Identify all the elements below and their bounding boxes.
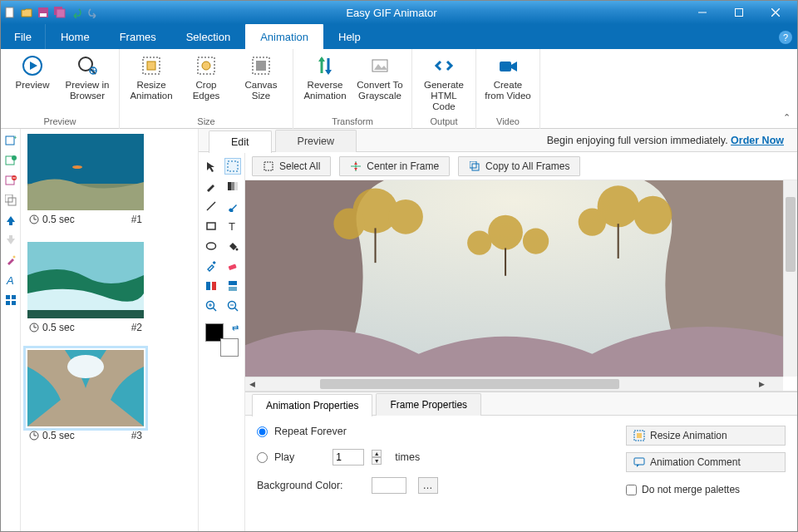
svg-rect-21 — [256, 61, 266, 71]
play-count-spinner[interactable]: ▲▼ — [372, 450, 382, 465]
marquee-tool-icon[interactable] — [225, 159, 240, 174]
tab-animation-properties[interactable]: Animation Properties — [252, 394, 372, 416]
frame-thumb-2[interactable]: 0.5 sec#2 — [27, 242, 144, 333]
preview-label: Preview — [16, 80, 50, 91]
create-from-video-button[interactable]: Create from Video — [483, 51, 533, 101]
flip-h-icon[interactable] — [204, 278, 219, 293]
center-frame-button[interactable]: Center in Frame — [339, 156, 450, 176]
zoom-in-icon[interactable] — [204, 298, 219, 313]
comment-icon — [633, 456, 645, 468]
vertical-scrollbar[interactable] — [783, 180, 797, 377]
svg-point-97 — [388, 200, 423, 234]
minimize-button[interactable] — [684, 1, 721, 24]
tab-file[interactable]: File — [1, 24, 46, 49]
gradient-tool-icon[interactable] — [225, 179, 240, 194]
help-icon[interactable]: ? — [779, 31, 792, 44]
repeat-forever-radio[interactable]: Repeat Forever — [257, 426, 626, 437]
editor-tab-preview[interactable]: Preview — [275, 130, 357, 152]
grid-icon[interactable] — [4, 293, 17, 307]
frame-time: 0.5 sec — [42, 214, 75, 225]
pencil-tool-icon[interactable] — [204, 179, 219, 194]
resize-animation-link[interactable]: Resize Animation — [626, 426, 786, 446]
save-icon[interactable] — [37, 7, 49, 18]
clock-icon — [29, 431, 39, 441]
crop-icon — [195, 54, 218, 77]
svg-point-100 — [633, 196, 672, 234]
tab-frames[interactable]: Frames — [105, 24, 171, 49]
canvas-size-label: Canvas Size — [238, 80, 284, 101]
select-all-button[interactable]: Select All — [252, 156, 331, 176]
crop-edges-button[interactable]: Crop Edges — [181, 51, 231, 101]
swap-colors-icon[interactable]: ⇄ — [232, 323, 239, 332]
eyedropper-tool-icon[interactable] — [204, 259, 219, 273]
grayscale-button[interactable]: Convert To Grayscale — [355, 51, 405, 101]
new-file-icon[interactable] — [4, 7, 16, 18]
frame-index: #1 — [131, 214, 142, 225]
horizontal-scrollbar[interactable]: ◀▶ — [245, 377, 783, 391]
preview-button[interactable]: Preview — [7, 51, 57, 91]
quick-access-toolbar — [4, 7, 99, 18]
zoom-out-icon[interactable] — [225, 298, 240, 313]
collapse-ribbon-icon[interactable]: ⌃ — [783, 112, 791, 123]
color-swatches[interactable]: ⇄ — [205, 323, 239, 357]
flip-v-icon[interactable] — [225, 278, 240, 293]
reverse-label: Reverse Animation — [302, 80, 348, 101]
move-up-icon[interactable] — [4, 214, 17, 227]
copy-all-frames-button[interactable]: Copy to All Frames — [458, 156, 580, 176]
preview-browser-label: Preview in Browser — [64, 80, 111, 101]
effects-icon[interactable] — [4, 254, 17, 267]
group-size-label: Size — [126, 115, 286, 129]
frame-thumb-1[interactable]: 0.5 sec#1 — [27, 134, 144, 225]
play-count-input[interactable] — [332, 449, 364, 466]
add-frame-icon[interactable]: + — [4, 134, 17, 147]
move-down-icon[interactable] — [4, 234, 17, 247]
background-swatch[interactable] — [220, 338, 239, 357]
bgcolor-swatch[interactable] — [372, 477, 406, 494]
frame-time: 0.5 sec — [42, 322, 75, 333]
close-button[interactable] — [757, 1, 794, 24]
redo-icon[interactable] — [87, 7, 99, 18]
reverse-animation-button[interactable]: Reverse Animation — [300, 51, 350, 101]
play-radio[interactable]: Play — [257, 451, 294, 463]
clock-icon — [29, 214, 39, 224]
tab-help[interactable]: Help — [323, 24, 376, 49]
scroll-left-icon[interactable]: ◀ — [245, 377, 259, 391]
maximize-button[interactable] — [721, 1, 757, 24]
delete-frame-icon[interactable] — [4, 174, 17, 187]
animation-comment-link[interactable]: Animation Comment — [626, 452, 786, 472]
tab-animation[interactable]: Animation — [245, 24, 323, 49]
canvas-viewport[interactable]: ◀▶ — [245, 180, 797, 392]
scroll-right-icon[interactable]: ▶ — [755, 377, 769, 391]
eraser-tool-icon[interactable] — [225, 259, 240, 273]
svg-rect-68 — [231, 182, 234, 190]
add-image-icon[interactable] — [4, 154, 17, 167]
frame-thumb-3[interactable]: 0.5 sec#3 — [27, 350, 144, 441]
svg-rect-45 — [6, 295, 10, 299]
tab-frame-properties[interactable]: Frame Properties — [376, 393, 481, 416]
open-file-icon[interactable] — [21, 7, 32, 18]
text-icon[interactable]: A — [4, 273, 17, 287]
bgcolor-picker-button[interactable]: … — [418, 477, 438, 494]
order-now-link[interactable]: Order Now — [731, 135, 784, 146]
duplicate-frame-icon[interactable] — [4, 194, 17, 207]
merge-palettes-checkbox[interactable]: Do not merge palettes — [626, 484, 786, 495]
brush-tool-icon[interactable] — [225, 199, 240, 214]
resize-animation-button[interactable]: Resize Animation — [126, 51, 176, 101]
line-tool-icon[interactable] — [204, 199, 219, 214]
svg-rect-48 — [12, 301, 16, 305]
canvas-size-button[interactable]: Canvas Size — [236, 51, 286, 101]
tab-selection[interactable]: Selection — [171, 24, 245, 49]
pointer-tool-icon[interactable] — [204, 159, 219, 174]
svg-marker-78 — [212, 282, 216, 290]
bucket-tool-icon[interactable] — [225, 239, 240, 254]
preview-browser-button[interactable]: Preview in Browser — [62, 51, 112, 101]
undo-icon[interactable] — [71, 7, 82, 18]
rect-tool-icon[interactable] — [204, 219, 219, 234]
grayscale-icon — [368, 54, 392, 77]
save-all-icon[interactable] — [54, 7, 66, 18]
text-tool-icon[interactable]: T — [225, 219, 240, 234]
ellipse-tool-icon[interactable] — [204, 239, 219, 254]
editor-tab-edit[interactable]: Edit — [209, 131, 272, 153]
tab-home[interactable]: Home — [46, 24, 105, 49]
generate-html-button[interactable]: Generate HTML Code — [419, 51, 469, 113]
